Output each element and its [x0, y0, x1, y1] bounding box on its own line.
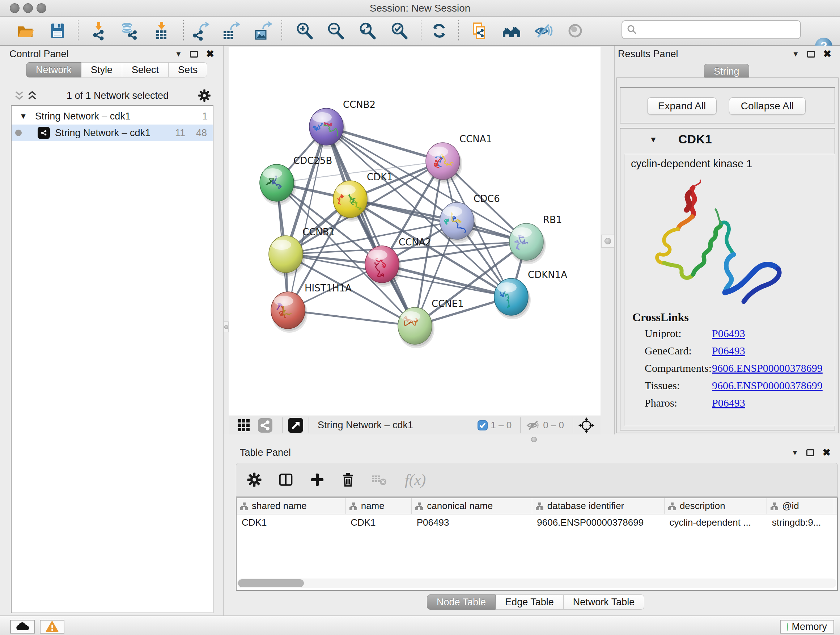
panel-menu-icon[interactable]: ▼	[175, 50, 182, 58]
delete-column-icon[interactable]	[340, 472, 355, 488]
column-header-database-identifier[interactable]: database identifier	[532, 498, 664, 514]
network-collection-row[interactable]: ▼ String Network – cdk1 1	[11, 108, 213, 125]
column-header-shared-name[interactable]: shared name	[237, 498, 346, 514]
table-cell[interactable]: P06493	[412, 514, 532, 531]
import-network-database-icon[interactable]	[118, 19, 139, 42]
import-network-file-icon[interactable]	[88, 19, 109, 42]
network-share-icon[interactable]	[257, 418, 273, 433]
refresh-icon[interactable]	[429, 19, 450, 42]
column-header-@id[interactable]: @id	[767, 498, 834, 514]
crosslink-link[interactable]: P06493	[712, 397, 745, 409]
panel-close-icon[interactable]: ✖	[823, 48, 831, 60]
tab-style[interactable]: Style	[81, 62, 122, 78]
table-cell[interactable]: cyclin-dependent ...	[664, 514, 767, 531]
open-session-icon[interactable]	[15, 19, 36, 42]
export-table-icon[interactable]	[220, 19, 241, 42]
section-collapse-icon[interactable]: ▼	[649, 135, 657, 144]
hidden-eye-icon[interactable]	[526, 420, 540, 431]
warning-button[interactable]	[40, 620, 65, 633]
duplicate-page-icon[interactable]	[469, 19, 489, 42]
toolbar-separator	[282, 417, 283, 433]
table-row[interactable]: CDK1CDK1P064939606.ENSP00000378699cyclin…	[237, 514, 838, 531]
home-icon[interactable]	[501, 19, 522, 42]
search-icon	[627, 24, 638, 35]
show-columns-icon[interactable]	[278, 472, 294, 488]
bottom-splitter-handle[interactable]	[531, 437, 537, 442]
collapse-all-button[interactable]: Collapse All	[729, 97, 806, 115]
left-splitter-handle[interactable]	[224, 321, 229, 333]
birdseye-crosshair-icon[interactable]	[578, 417, 595, 434]
export-network-icon[interactable]	[189, 19, 210, 42]
panel-close-icon[interactable]: ✖	[206, 48, 214, 60]
collection-expand-icon[interactable]: ▼	[19, 112, 27, 120]
zoom-fit-icon[interactable]	[357, 19, 378, 42]
right-splitter-handle[interactable]	[601, 234, 614, 248]
grid-view-icon[interactable]	[237, 418, 251, 432]
node-CCNE1: CCNE1	[398, 298, 464, 348]
table-cell[interactable]: CDK1	[346, 514, 412, 531]
crosslink-link[interactable]: P06493	[712, 345, 745, 357]
tab-network[interactable]: Network	[26, 62, 81, 78]
network-graph[interactable]: CCNB2CCNA1CDC25BCDK1CDC6RB1CCNB1CCNA2CDK…	[229, 47, 600, 416]
table-cell[interactable]: stringdb:9...	[767, 514, 834, 531]
column-header-name[interactable]: name	[346, 498, 412, 514]
network-options-gear-icon[interactable]	[197, 89, 211, 103]
panel-float-icon[interactable]	[190, 51, 198, 57]
crosslink-link[interactable]: 9606.ENSP00000378699	[712, 379, 823, 392]
tab-network-table[interactable]: Network Table	[564, 594, 645, 610]
panel-menu-icon[interactable]: ▼	[792, 50, 799, 58]
hide-display-icon[interactable]	[533, 19, 554, 42]
table-hscrollbar[interactable]	[237, 578, 836, 588]
node-label-CCNB1: CCNB1	[302, 226, 335, 238]
tab-node-table[interactable]: Node Table	[427, 594, 496, 610]
column-header-namespace[interactable]: namespace	[834, 498, 838, 514]
crosslink-link[interactable]: 9606.ENSP00000378699	[712, 362, 823, 374]
detach-view-icon[interactable]	[287, 417, 303, 433]
import-table-file-icon[interactable]	[151, 19, 172, 42]
table-cell[interactable]: stringdb	[834, 514, 838, 531]
zoom-selected-icon[interactable]	[389, 19, 410, 42]
network-canvas[interactable]: CCNB2CCNA1CDC25BCDK1CDC6RB1CCNB1CCNA2CDK…	[229, 47, 600, 416]
collapse-all-icon[interactable]	[14, 90, 25, 101]
node-label-CCNB2: CCNB2	[343, 99, 376, 110]
panel-float-icon[interactable]	[807, 51, 815, 57]
zoom-in-icon[interactable]	[294, 19, 315, 42]
save-session-icon[interactable]	[47, 19, 68, 42]
expand-all-icon[interactable]	[27, 90, 38, 101]
panel-menu-icon[interactable]: ▼	[791, 448, 799, 457]
add-column-icon[interactable]	[309, 472, 325, 488]
delete-table-icon	[371, 472, 388, 487]
crosslink-row: Pharos:P06493	[645, 397, 826, 409]
left-splitter[interactable]	[224, 46, 229, 434]
cloud-button[interactable]	[10, 620, 35, 633]
crosslink-link[interactable]: P06493	[712, 327, 745, 340]
table-cell[interactable]: 9606.ENSP00000378699	[532, 514, 664, 531]
node-table[interactable]: shared namenamecanonical namedatabase id…	[236, 497, 838, 591]
selected-checkbox-icon[interactable]	[477, 420, 488, 431]
column-header-description[interactable]: description	[664, 498, 767, 514]
tab-string[interactable]: String	[704, 64, 749, 79]
column-header-canonical-name[interactable]: canonical name	[412, 498, 532, 514]
memory-button[interactable]: Memory	[780, 620, 834, 633]
tab-select[interactable]: Select	[122, 62, 169, 78]
collection-count: 1	[202, 111, 208, 122]
panel-float-icon[interactable]	[806, 449, 814, 456]
results-content: Expand All Collapse All ▼ CDK1 cyclin-de…	[616, 78, 838, 433]
expand-all-button[interactable]: Expand All	[647, 97, 717, 115]
tab-sets[interactable]: Sets	[169, 62, 207, 78]
table-cell[interactable]: CDK1	[237, 514, 346, 531]
tab-edge-table[interactable]: Edge Table	[496, 594, 564, 610]
network-node-count: 11	[175, 127, 185, 139]
results-panel: Results Panel ▼ ✖ String Expand All Coll…	[615, 46, 840, 434]
warning-icon	[46, 621, 58, 632]
search-input[interactable]	[638, 24, 800, 36]
show-display-icon[interactable]	[565, 19, 586, 42]
table-hscrollbar-thumb[interactable]	[238, 579, 304, 587]
panel-close-icon[interactable]: ✖	[822, 447, 831, 458]
export-image-icon[interactable]	[252, 19, 273, 42]
search-field	[622, 20, 801, 39]
table-options-gear-icon[interactable]	[246, 472, 262, 488]
network-row[interactable]: String Network – cdk1 11 48	[11, 125, 213, 141]
string-network-icon	[38, 127, 50, 139]
zoom-out-icon[interactable]	[325, 19, 346, 42]
